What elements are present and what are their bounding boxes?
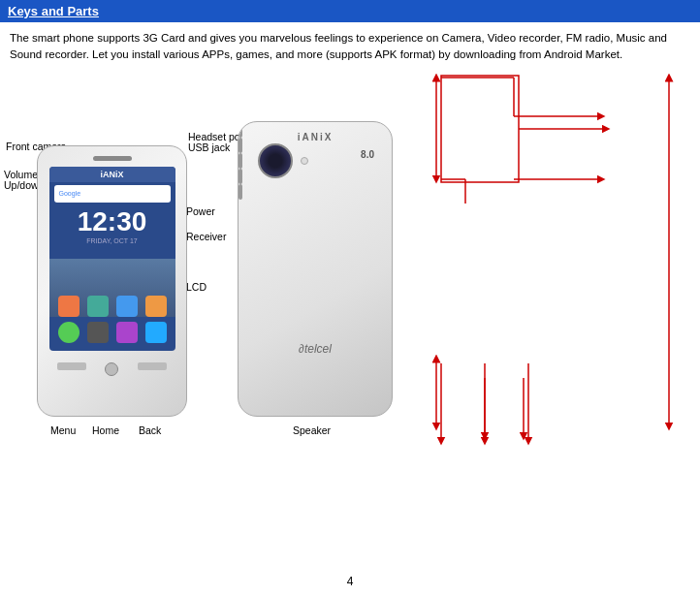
app-icon-browser bbox=[145, 322, 167, 343]
phone-top-speaker bbox=[93, 156, 132, 161]
label-usb-jack: USB jack bbox=[188, 141, 230, 153]
carrier-logo: ∂telcel bbox=[239, 342, 392, 356]
screen-app-icons-row2 bbox=[49, 322, 175, 343]
header-title: Keys and Parts bbox=[8, 4, 99, 18]
svg-rect-11 bbox=[441, 76, 519, 182]
body-text: The smart phone supports 3G Card and giv… bbox=[0, 22, 700, 68]
camera-module bbox=[258, 143, 308, 178]
camera-lens-element bbox=[258, 143, 293, 178]
phone-brand-logo: iANiX bbox=[298, 132, 334, 142]
section-header: Keys and Parts bbox=[0, 0, 700, 22]
screen-google-bar: Google bbox=[54, 185, 171, 203]
menu-button bbox=[57, 362, 86, 370]
screen-status-bar: iANiX bbox=[49, 167, 175, 182]
label-speaker: Speaker bbox=[293, 424, 331, 436]
label-back: Back bbox=[139, 424, 161, 436]
diagram-area: Front camera Volume Up/down Headset port… bbox=[0, 68, 700, 581]
label-home: Home bbox=[92, 424, 119, 436]
label-menu: Menu bbox=[50, 424, 76, 436]
app-icon-camera bbox=[87, 296, 109, 317]
label-receiver: Receiver bbox=[186, 231, 226, 242]
label-power: Power bbox=[186, 205, 215, 217]
app-icon-gallery bbox=[116, 296, 138, 317]
screen-date: FRIDAY, OCT 17 bbox=[49, 237, 175, 244]
mp-label: 8.0 bbox=[361, 149, 374, 160]
screen-time: 12:30 bbox=[49, 206, 175, 237]
brand-label: iANiX bbox=[100, 170, 123, 179]
phone-bottom-buttons bbox=[38, 355, 186, 384]
app-icon-email bbox=[58, 296, 80, 317]
camera-flash-element bbox=[301, 157, 308, 165]
label-lcd: LCD bbox=[186, 281, 207, 293]
phone-screen: iANiX Google 12:30 FRIDAY, OCT 17 bbox=[49, 167, 175, 351]
app-icon-music bbox=[145, 296, 167, 317]
phone-front-image: iANiX Google 12:30 FRIDAY, OCT 17 bbox=[37, 145, 187, 417]
back-button bbox=[138, 362, 167, 370]
phone-back-image: iANiX 8.0 ∂telcel bbox=[238, 121, 393, 417]
app-icon-contacts bbox=[116, 322, 138, 343]
app-icon-apps bbox=[87, 322, 109, 343]
app-icon-phone bbox=[58, 322, 80, 343]
page-number: 4 bbox=[347, 575, 354, 588]
screen-app-icons-row1 bbox=[49, 296, 175, 317]
home-button bbox=[105, 362, 118, 376]
